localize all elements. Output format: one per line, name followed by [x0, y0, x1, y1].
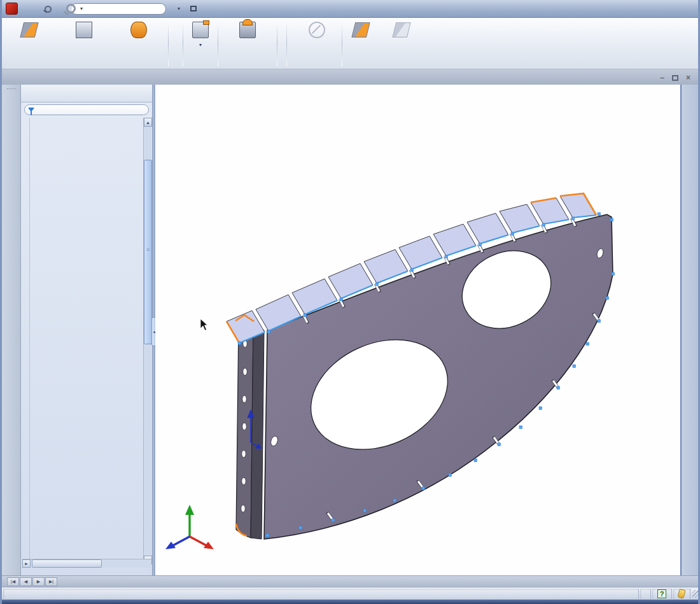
task-pane [680, 85, 700, 575]
search-dropdown-icon[interactable]: ▾ [80, 6, 83, 11]
orientation-triad [165, 500, 223, 554]
solidworks-logo-icon [6, 3, 18, 15]
scroll-up-button[interactable]: ▲ [144, 118, 152, 127]
feature-manager-panel: ▲ ▼ ◄ ► [21, 85, 153, 575]
manager-tabs-overflow[interactable] [143, 99, 151, 102]
tree-horizontal-scrollbar[interactable]: ◄ ► [22, 559, 151, 568]
scroll-thumb-horizontal[interactable] [32, 559, 102, 568]
slot-icon [351, 22, 370, 37]
maximize-button[interactable] [190, 6, 197, 11]
pin-icon[interactable] [42, 4, 51, 13]
tree-filter-row [21, 102, 152, 116]
status-document-name [3, 589, 639, 599]
tag-icon [677, 588, 685, 598]
feature-tree [22, 118, 143, 565]
help-dropdown-icon[interactable]: ▾ [178, 6, 180, 11]
status-tag-cell[interactable] [673, 589, 690, 599]
part-model[interactable] [155, 85, 680, 575]
flange-commands [171, 18, 176, 69]
filter-icon [28, 108, 34, 112]
search: ▾ [66, 3, 166, 15]
nav-last-button[interactable]: ▶| [45, 577, 57, 586]
resize-grip[interactable] [692, 590, 700, 598]
mouse-cursor [200, 319, 210, 332]
doc-minimize-button[interactable]: – [660, 73, 664, 82]
doc-restore-button[interactable] [672, 75, 678, 81]
no-bends-icon [309, 22, 325, 38]
base-flange-button[interactable] [2, 18, 57, 69]
slot-button[interactable] [344, 18, 377, 69]
tree-filter-input[interactable] [24, 104, 149, 115]
nav-first-button[interactable]: |◀ [7, 577, 19, 586]
window-controls: ▾ [172, 6, 202, 11]
lofted-bend-icon [130, 22, 147, 38]
corners-button[interactable]: ▾ [185, 18, 216, 69]
nav-next-button[interactable]: ▶ [32, 577, 45, 586]
tree-vertical-scrollbar[interactable]: ▲ ▼ [143, 118, 151, 565]
convert-to-sheetmetal-button[interactable] [57, 18, 111, 69]
corners-dropdown-icon[interactable]: ▾ [199, 41, 202, 49]
command-manager-ribbon: ▾ [2, 18, 700, 69]
window-frame-bottom [2, 600, 700, 604]
search-icon [66, 4, 76, 13]
lofted-bend-button[interactable] [111, 18, 166, 69]
scroll-right-button[interactable]: ► [22, 559, 31, 568]
search-input[interactable]: ▾ [71, 3, 166, 15]
forming-tool-icon [239, 22, 256, 38]
toolbar-grip[interactable] [7, 88, 16, 90]
titlebar: ▾ ▾ [2, 0, 700, 18]
status-mode [640, 589, 651, 599]
study-tab-nav: |◀ ◀ ▶ ▶| [7, 577, 57, 586]
flange-edge [251, 327, 264, 539]
corners-icon [192, 22, 209, 38]
cut-commands [279, 18, 284, 69]
document-window-controls: – × [660, 73, 700, 85]
doc-close-button[interactable]: × [686, 73, 690, 82]
scroll-thumb[interactable] [144, 160, 152, 344]
left-toolbar [2, 85, 21, 575]
status-bar: ? [2, 587, 700, 600]
forming-tool-button[interactable] [220, 18, 275, 69]
no-bends-button [294, 18, 340, 69]
manager-tab-bar [21, 85, 152, 102]
main-area: ▲ ▼ ◄ ► ◄ [2, 85, 700, 575]
insert-bends-icon [392, 22, 410, 37]
status-help-cell[interactable]: ? [652, 589, 672, 599]
bend-commands [176, 18, 181, 69]
insert-bends-button [377, 18, 426, 69]
graphics-viewport[interactable] [155, 85, 680, 575]
command-tab-bar: – × [2, 69, 700, 85]
study-tab-bar: |◀ ◀ ▶ ▶| [2, 575, 700, 587]
fold-commands [289, 18, 294, 69]
solidworks-window: ▾ ▾ [0, 0, 700, 604]
quick-tips-icon[interactable]: ? [657, 589, 666, 598]
base-flange-icon [20, 22, 38, 37]
nav-prev-button[interactable]: ◀ [20, 577, 32, 586]
convert-to-sheetmetal-icon [76, 22, 92, 38]
